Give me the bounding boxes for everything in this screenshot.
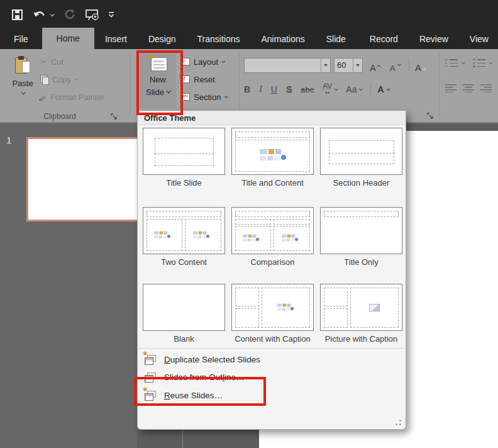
layout-icon: [181, 58, 190, 65]
tab-record[interactable]: Record: [359, 29, 409, 49]
duplicate-slides-icon: ✱: [144, 354, 156, 364]
layout-cell-section-header[interactable]: Section Header: [320, 128, 402, 188]
tab-transitions[interactable]: Transitions: [187, 29, 251, 49]
align-left-button[interactable]: [445, 84, 456, 92]
layout-button[interactable]: Layout: [181, 55, 224, 68]
customize-quick-access-toolbar-button[interactable]: [107, 6, 116, 23]
numbering-button[interactable]: [473, 57, 492, 69]
eraser-icon: [422, 67, 427, 72]
reset-button[interactable]: Reset: [181, 73, 215, 86]
clear-formatting-button[interactable]: A: [415, 58, 427, 73]
slide-number: 1: [6, 135, 11, 145]
layout-thumbnail: [231, 128, 314, 175]
slide-1-thumbnail[interactable]: [26, 137, 140, 221]
menu-item-reuse-slides[interactable]: ✱ Reuse Slides…: [138, 386, 406, 404]
font-name-value[interactable]: [245, 59, 321, 72]
layout-label: Picture with Caption: [320, 333, 402, 344]
menu-item-duplicate-selected-slides[interactable]: ✱ Duplicate Selected Slides: [138, 351, 406, 367]
align-center-button[interactable]: [463, 84, 474, 92]
align-right-button[interactable]: [480, 84, 492, 92]
section-button[interactable]: Section: [181, 91, 227, 103]
menu-resize-grip[interactable]: [396, 420, 401, 425]
character-spacing-button[interactable]: AV ↔: [323, 83, 337, 96]
tab-file[interactable]: File: [0, 29, 42, 49]
customize-quick-access-toolbar-icon: [108, 11, 114, 18]
underline-button[interactable]: U: [271, 84, 277, 94]
font-color-label: A: [377, 84, 384, 94]
start-slideshow-icon: [86, 9, 99, 21]
copy-dropdown-chevron-icon[interactable]: [75, 77, 79, 81]
font-toggle-row: B I U S abc AV ↔ Aa A: [244, 82, 398, 97]
layout-cell-blank[interactable]: Blank: [143, 284, 225, 344]
layout-thumbnail: [320, 207, 402, 254]
layout-thumbnail: [143, 128, 225, 175]
start-slideshow-button[interactable]: [84, 6, 101, 23]
menu-item-label: Slides from Out: [164, 372, 223, 382]
layout-label: Title and Content: [231, 177, 314, 188]
new-slide-button[interactable]: ✱ New Slide: [140, 52, 176, 108]
new-slide-icon: ✱: [148, 56, 167, 72]
font-size-combobox[interactable]: 60: [334, 58, 363, 73]
layout-cell-picture-with-caption[interactable]: Picture with Caption: [320, 284, 402, 344]
decrease-font-size-button[interactable]: A: [390, 58, 400, 73]
layout-cell-comparison[interactable]: Comparison: [231, 207, 314, 267]
increase-font-size-button[interactable]: A: [370, 58, 380, 73]
layout-cell-two-content[interactable]: Two Content: [143, 207, 225, 267]
tab-slide-show[interactable]: Slide Show: [316, 29, 359, 49]
redo-button[interactable]: [62, 6, 78, 23]
layout-thumbnail: [320, 128, 402, 175]
font-dialog-launcher[interactable]: [427, 111, 434, 118]
layout-thumbnail: [231, 207, 314, 254]
copy-label: Copy: [52, 75, 71, 84]
paste-button[interactable]: Paste: [6, 53, 39, 108]
tab-review[interactable]: Review: [409, 29, 459, 49]
tab-animations[interactable]: Animations: [250, 29, 315, 49]
small-divider: [370, 83, 371, 96]
font-size-dropdown-arrow[interactable]: [353, 59, 362, 72]
tab-home[interactable]: Home: [42, 28, 94, 49]
tab-insert[interactable]: Insert: [94, 29, 138, 49]
layout-thumbnail: [320, 284, 402, 331]
menu-header: Office Theme: [138, 111, 406, 125]
font-size-value[interactable]: 60: [335, 59, 353, 72]
layout-cell-title-and-content[interactable]: Title and Content: [231, 128, 314, 188]
slide-thumbnail-panel: 1: [0, 123, 137, 448]
strikethrough-button[interactable]: abc: [301, 85, 314, 94]
new-slide-dropdown-chevron-icon: [167, 89, 171, 93]
font-color-button[interactable]: A: [377, 84, 389, 94]
cut-button[interactable]: ✂ Cut: [40, 55, 64, 68]
change-case-label: Aa: [346, 84, 357, 94]
undo-button[interactable]: [31, 6, 48, 23]
menu-item-list: ✱ Duplicate Selected Slides Slides from …: [138, 349, 406, 404]
bullets-button[interactable]: [445, 57, 464, 69]
group-divider: [239, 53, 240, 116]
layout-cell-title-slide[interactable]: Title Slide: [143, 128, 225, 188]
layout-cell-content-with-caption[interactable]: Content with Caption: [231, 284, 314, 344]
layout-cell-title-only[interactable]: Title Only: [320, 207, 402, 267]
bold-button[interactable]: B: [244, 84, 250, 94]
cut-scissors-icon: ✂: [40, 57, 47, 67]
font-name-combobox[interactable]: [244, 58, 331, 73]
copy-button[interactable]: Copy: [40, 73, 77, 86]
clipboard-dialog-launcher[interactable]: [111, 111, 118, 119]
font-name-dropdown-arrow[interactable]: [321, 59, 330, 72]
section-icon: [181, 93, 190, 101]
tab-view[interactable]: View: [459, 29, 498, 49]
paste-label: Paste: [12, 79, 33, 88]
menu-item-slides-from-outline[interactable]: Slides from Outline…: [138, 367, 406, 386]
slides-from-outline-icon: [144, 372, 156, 382]
tab-design[interactable]: Design: [138, 29, 187, 49]
layout-label: Comparison: [231, 257, 314, 267]
change-case-button[interactable]: Aa: [346, 84, 362, 94]
format-painter-button[interactable]: Format Painter: [39, 91, 104, 103]
undo-dropdown-chevron-icon[interactable]: [50, 11, 55, 18]
ribbon-tab-bar: File Home Insert Design Transitions Anim…: [0, 29, 498, 49]
new-slide-label-line2: Slide: [146, 87, 164, 98]
save-button[interactable]: [9, 6, 25, 23]
paste-dropdown-chevron-icon[interactable]: [21, 90, 25, 94]
italic-button[interactable]: I: [259, 84, 262, 94]
title-bar: [0, 0, 498, 29]
text-shadow-button[interactable]: S: [286, 84, 292, 94]
layout-thumbnail: [143, 284, 225, 331]
bullets-icon: [445, 58, 458, 68]
